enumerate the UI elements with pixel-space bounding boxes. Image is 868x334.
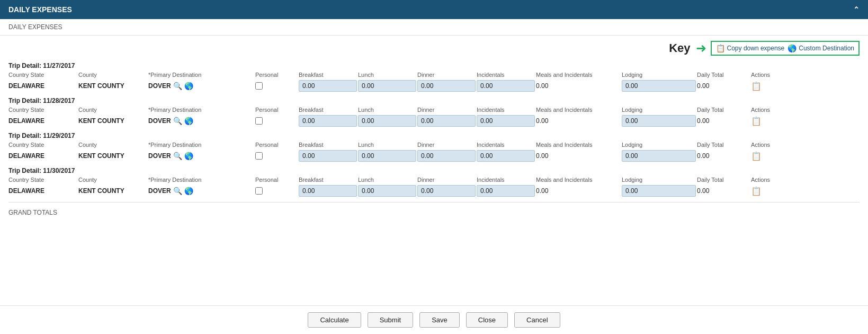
- copy-action-icon-2[interactable]: 📋: [751, 151, 762, 161]
- col-header-3-4: Breakfast: [299, 177, 357, 183]
- actions-cell-0: 📋: [751, 81, 793, 91]
- col-header-0-6: Dinner: [417, 72, 476, 78]
- dinner-input-3[interactable]: [417, 185, 476, 197]
- cancel-button[interactable]: Cancel: [514, 312, 560, 328]
- main-window: DAILY EXPENSES ⌃ DAILY EXPENSES Key ➜ 📋 …: [0, 0, 868, 334]
- incidentals-input-1[interactable]: [477, 115, 535, 127]
- col-header-2-9: Lodging: [622, 142, 696, 148]
- meals-incidentals-3: 0.00: [536, 187, 621, 195]
- dinner-input-2[interactable]: [417, 150, 476, 162]
- trip-section-1: Trip Detail: 11/28/2017Country StateCoun…: [8, 97, 860, 128]
- personal-checkbox-3[interactable]: [255, 187, 263, 195]
- breakfast-input-0[interactable]: [299, 80, 357, 92]
- col-header-1-10: Daily Total: [697, 107, 750, 113]
- personal-checkbox-0[interactable]: [255, 82, 263, 90]
- close-button[interactable]: Close: [466, 312, 508, 328]
- county-1: KENT COUNTY: [78, 117, 147, 125]
- col-header-0-11: Actions: [751, 72, 793, 78]
- col-header-2-4: Breakfast: [299, 142, 357, 148]
- copy-action-icon-3[interactable]: 📋: [751, 186, 762, 196]
- col-header-1-0: Country State: [8, 107, 77, 113]
- calculate-button[interactable]: Calculate: [308, 312, 361, 328]
- col-header-2-1: County: [78, 142, 147, 148]
- incidentals-input-2[interactable]: [477, 150, 535, 162]
- col-header-0-1: County: [78, 72, 147, 78]
- incidentals-input-0[interactable]: [477, 80, 535, 92]
- globe-icon: 🌎: [788, 44, 797, 52]
- arrow-right-icon: ➜: [696, 41, 706, 56]
- col-header-1-2: *Primary Destination: [148, 107, 254, 113]
- col-header-0-7: Incidentals: [477, 72, 535, 78]
- lunch-input-0[interactable]: [358, 80, 416, 92]
- search-icon-3[interactable]: 🔍: [173, 187, 182, 195]
- col-header-1-4: Breakfast: [299, 107, 357, 113]
- lunch-input-2[interactable]: [358, 150, 416, 162]
- search-icon-0[interactable]: 🔍: [173, 82, 182, 90]
- primary-destination-3: DOVER🔍🌎: [148, 187, 254, 195]
- col-header-3-7: Incidentals: [477, 177, 535, 183]
- custom-destination-button[interactable]: 🌎 Custom Destination: [788, 44, 854, 52]
- incidentals-input-3[interactable]: [477, 185, 535, 197]
- search-icon-1[interactable]: 🔍: [173, 117, 182, 125]
- meals-incidentals-2: 0.00: [536, 152, 621, 160]
- save-button[interactable]: Save: [419, 312, 460, 328]
- content-area: Key ➜ 📋 Copy down expense 🌎 Custom Desti…: [0, 36, 868, 305]
- col-header-2-11: Actions: [751, 142, 793, 148]
- lodging-input-1[interactable]: [622, 115, 696, 127]
- col-header-1-1: County: [78, 107, 147, 113]
- primary-destination-2: DOVER🔍🌎: [148, 152, 254, 160]
- globe-icon-dest-0[interactable]: 🌎: [184, 82, 193, 90]
- lunch-input-3[interactable]: [358, 185, 416, 197]
- col-header-3-6: Dinner: [417, 177, 476, 183]
- section-header: DAILY EXPENSES: [0, 19, 868, 36]
- chevron-up-icon[interactable]: ⌃: [853, 5, 860, 14]
- country-state-1: DELAWARE: [8, 117, 77, 125]
- breakfast-input-2[interactable]: [299, 150, 357, 162]
- lodging-input-3[interactable]: [622, 185, 696, 197]
- dinner-input-0[interactable]: [417, 80, 476, 92]
- destination-text-3: DOVER: [148, 187, 171, 195]
- col-header-1-6: Dinner: [417, 107, 476, 113]
- col-header-2-0: Country State: [8, 142, 77, 148]
- daily-total-0: 0.00: [697, 82, 750, 90]
- col-header-3-2: *Primary Destination: [148, 177, 254, 183]
- globe-icon-dest-3[interactable]: 🌎: [184, 187, 193, 195]
- col-header-1-3: Personal: [255, 107, 298, 113]
- col-header-3-3: Personal: [255, 177, 298, 183]
- copy-down-expense-button[interactable]: 📋 Copy down expense: [716, 44, 785, 52]
- col-header-2-6: Dinner: [417, 142, 476, 148]
- globe-icon-dest-1[interactable]: 🌎: [184, 117, 193, 125]
- col-header-3-0: Country State: [8, 177, 77, 183]
- actions-cell-2: 📋: [751, 151, 793, 161]
- copy-action-icon-0[interactable]: 📋: [751, 81, 762, 91]
- destination-text-0: DOVER: [148, 82, 171, 90]
- trip-section-3: Trip Detail: 11/30/2017Country StateCoun…: [8, 167, 860, 198]
- lodging-input-2[interactable]: [622, 150, 696, 162]
- col-header-0-8: Meals and Incidentals: [536, 72, 621, 78]
- personal-cell-0: [255, 82, 298, 90]
- personal-checkbox-2[interactable]: [255, 152, 263, 160]
- globe-icon-dest-2[interactable]: 🌎: [184, 152, 193, 160]
- copy-icon: 📋: [716, 44, 725, 52]
- personal-checkbox-1[interactable]: [255, 117, 263, 125]
- copy-action-icon-1[interactable]: 📋: [751, 116, 762, 126]
- trip-header-row-1: Country StateCounty*Primary DestinationP…: [8, 106, 860, 114]
- trip-header-row-2: Country StateCounty*Primary DestinationP…: [8, 140, 860, 149]
- submit-button[interactable]: Submit: [368, 312, 413, 328]
- trip-detail-label-3: Trip Detail: 11/30/2017: [8, 167, 860, 174]
- col-header-3-9: Lodging: [622, 177, 696, 183]
- lunch-input-1[interactable]: [358, 115, 416, 127]
- daily-total-3: 0.00: [697, 187, 750, 195]
- search-icon-2[interactable]: 🔍: [173, 152, 182, 160]
- breakfast-input-1[interactable]: [299, 115, 357, 127]
- grand-totals-divider: [8, 202, 860, 203]
- trip-header-row-3: Country StateCounty*Primary DestinationP…: [8, 175, 860, 184]
- lodging-input-0[interactable]: [622, 80, 696, 92]
- dinner-input-1[interactable]: [417, 115, 476, 127]
- col-header-3-10: Daily Total: [697, 177, 750, 183]
- daily-total-1: 0.00: [697, 117, 750, 125]
- trip-header-row-0: Country StateCounty*Primary DestinationP…: [8, 71, 860, 79]
- breakfast-input-3[interactable]: [299, 185, 357, 197]
- personal-cell-1: [255, 117, 298, 125]
- col-header-1-7: Incidentals: [477, 107, 535, 113]
